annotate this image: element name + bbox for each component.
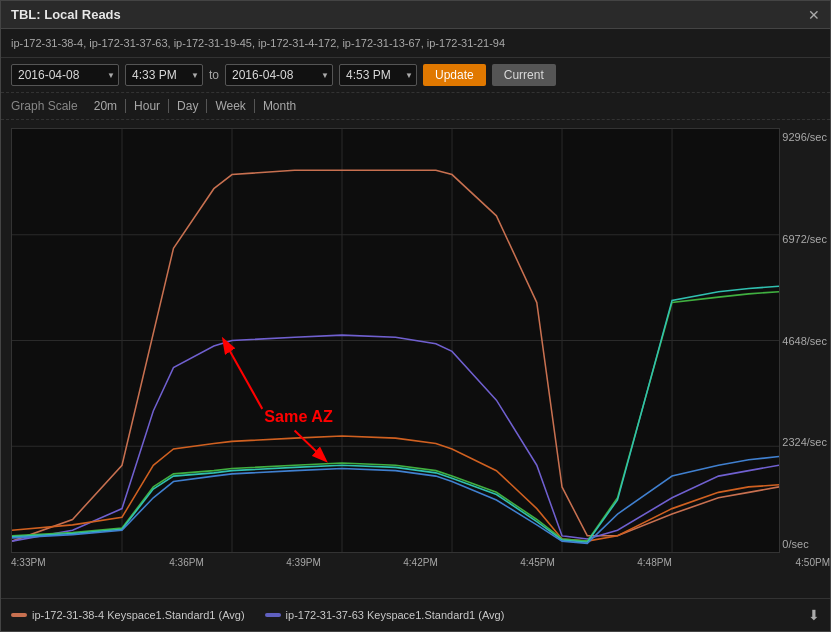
window-title: TBL: Local Reads (11, 7, 121, 22)
current-button[interactable]: Current (492, 64, 556, 86)
scale-hour[interactable]: Hour (126, 99, 169, 113)
title-bar: TBL: Local Reads ✕ (1, 1, 830, 29)
legend-item-2: ip-172-31-37-63 Keyspace1.Standard1 (Avg… (265, 609, 505, 621)
graph-scale-bar: Graph Scale 20m Hour Day Week Month (1, 93, 830, 120)
legend-bar: ip-172-31-38-4 Keyspace1.Standard1 (Avg)… (1, 598, 830, 631)
from-time-select[interactable]: 4:33 PM (125, 64, 203, 86)
scale-month[interactable]: Month (255, 99, 304, 113)
svg-line-9 (224, 341, 262, 409)
chart-svg: Same AZ (12, 129, 779, 552)
legend-color-1 (11, 613, 27, 617)
y-label-bottom: 0/sec (782, 538, 827, 550)
to-label: to (209, 68, 219, 82)
x-label-3: 4:39PM (245, 557, 362, 568)
x-label-6: 4:48PM (596, 557, 713, 568)
to-date-wrapper: 2016-04-08 (225, 64, 333, 86)
ip-list: ip-172-31-38-4, ip-172-31-37-63, ip-172-… (1, 29, 830, 58)
graph-area: Same AZ 9296/sec 6972/sec 4648/sec 2324/… (1, 120, 830, 598)
close-button[interactable]: ✕ (808, 8, 820, 22)
y-label-2: 6972/sec (782, 233, 827, 245)
to-time-wrapper: 4:53 PM (339, 64, 417, 86)
legend-label-1: ip-172-31-38-4 Keyspace1.Standard1 (Avg) (32, 609, 245, 621)
from-date-select[interactable]: 2016-04-08 (11, 64, 119, 86)
x-label-5: 4:45PM (479, 557, 596, 568)
to-date-select[interactable]: 2016-04-08 (225, 64, 333, 86)
main-window: TBL: Local Reads ✕ ip-172-31-38-4, ip-17… (0, 0, 831, 632)
x-axis-labels: 4:33PM 4:36PM 4:39PM 4:42PM 4:45PM 4:48P… (11, 553, 830, 568)
to-time-select[interactable]: 4:53 PM (339, 64, 417, 86)
x-label-1: 4:33PM (11, 557, 128, 568)
legend-item-1: ip-172-31-38-4 Keyspace1.Standard1 (Avg) (11, 609, 245, 621)
legend-color-2 (265, 613, 281, 617)
y-label-3: 4648/sec (782, 335, 827, 347)
scale-week[interactable]: Week (207, 99, 254, 113)
x-label-2: 4:36PM (128, 557, 245, 568)
x-label-7: 4:50PM (713, 557, 830, 568)
y-axis-labels: 9296/sec 6972/sec 4648/sec 2324/sec 0/se… (782, 129, 827, 552)
update-button[interactable]: Update (423, 64, 486, 86)
graph-scale-label: Graph Scale (11, 99, 78, 113)
from-date-wrapper: 2016-04-08 (11, 64, 119, 86)
scale-day[interactable]: Day (169, 99, 207, 113)
controls-bar: 2016-04-08 4:33 PM to 2016-04-08 4:53 PM… (1, 58, 830, 93)
from-time-wrapper: 4:33 PM (125, 64, 203, 86)
x-label-4: 4:42PM (362, 557, 479, 568)
y-label-top: 9296/sec (782, 131, 827, 143)
legend-label-2: ip-172-31-37-63 Keyspace1.Standard1 (Avg… (286, 609, 505, 621)
svg-line-10 (295, 431, 325, 460)
y-label-4: 2324/sec (782, 436, 827, 448)
legend-expand-icon[interactable]: ⬇ (808, 607, 820, 623)
chart-container: Same AZ 9296/sec 6972/sec 4648/sec 2324/… (11, 128, 780, 553)
scale-20m[interactable]: 20m (86, 99, 126, 113)
annotation-text: Same AZ (264, 406, 332, 426)
